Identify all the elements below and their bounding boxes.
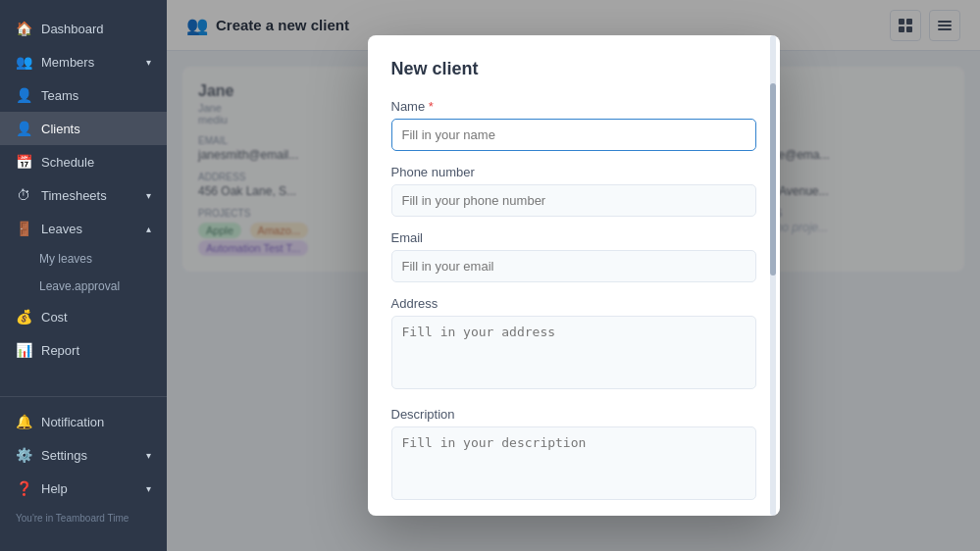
new-client-modal: New client Name * Phone number Email [368,35,780,516]
sidebar-item-members[interactable]: 👥 Members ▾ [0,45,167,78]
sidebar-item-label: My leaves [39,252,92,266]
dashboard-icon: 🏠 [16,21,31,36]
sidebar-item-label: Report [41,343,79,358]
sidebar-item-help[interactable]: ❓ Help ▾ [0,472,167,505]
sidebar-item-schedule[interactable]: 📅 Schedule [0,145,167,178]
description-field-group: Description [391,407,756,504]
sidebar-item-clients[interactable]: 👤 Clients [0,112,167,145]
sidebar-item-leave-approval[interactable]: Leave.approval [0,273,167,300]
phone-label: Phone number [391,165,756,179]
chevron-up-icon: ▴ [146,224,151,234]
timesheets-icon: ⏱ [16,187,31,203]
sidebar-item-label: Notification [41,415,104,429]
cost-icon: 💰 [16,309,31,325]
chevron-down-icon: ▾ [146,450,151,461]
sidebar-item-label: Leave.approval [39,279,120,293]
sidebar-item-label: Cost [41,310,68,325]
sidebar-footer: 🔔 Notification ⚙️ Settings ▾ ❓ Help ▾ Yo… [0,396,167,539]
sidebar: 🏠 Dashboard 👥 Members ▾ 👤 Teams 👤 Client… [0,0,167,551]
main-content: 👥 Create a new client [167,0,980,551]
chevron-down-icon: ▾ [146,190,151,201]
name-label: Name * [391,99,756,114]
required-indicator: * [429,99,434,114]
sidebar-item-label: Clients [41,122,80,136]
sidebar-item-dashboard[interactable]: 🏠 Dashboard [0,12,167,45]
notification-icon: 🔔 [16,414,31,429]
description-textarea[interactable] [391,426,756,500]
email-label: Email [391,230,756,245]
sidebar-item-teams[interactable]: 👤 Teams [0,78,167,112]
sidebar-item-my-leaves[interactable]: My leaves [0,245,167,273]
phone-field-group: Phone number [391,165,756,217]
address-textarea[interactable] [391,316,756,389]
sidebar-item-leaves[interactable]: 🚪 Leaves ▴ [0,212,167,245]
report-icon: 📊 [16,342,31,358]
schedule-icon: 📅 [16,154,31,170]
sidebar-item-label: Dashboard [41,22,104,36]
settings-icon: ⚙️ [16,447,31,463]
name-input[interactable] [391,119,756,151]
sidebar-footer-text: You're in Teamboard Time [0,505,167,531]
members-icon: 👥 [16,54,31,70]
sidebar-item-label: Teams [41,88,78,103]
sidebar-item-notification[interactable]: 🔔 Notification [0,405,167,438]
chevron-down-icon: ▾ [146,57,151,68]
phone-input[interactable] [391,184,756,217]
address-label: Address [391,296,756,311]
sidebar-item-cost[interactable]: 💰 Cost [0,300,167,333]
chevron-down-icon: ▾ [146,483,151,494]
modal-overlay: New client Name * Phone number Email [167,0,980,551]
scrollbar-track [770,35,776,516]
address-field-group: Address [391,296,756,393]
email-field-group: Email [391,230,756,282]
sidebar-item-timesheets[interactable]: ⏱ Timesheets ▾ [0,178,167,212]
sidebar-item-label: Help [41,481,68,496]
sidebar-item-label: Settings [41,448,87,463]
sidebar-item-settings[interactable]: ⚙️ Settings ▾ [0,438,167,472]
sidebar-item-label: Timesheets [41,188,107,203]
scrollbar-thumb[interactable] [770,83,776,276]
clients-icon: 👤 [16,121,31,136]
teams-icon: 👤 [16,87,31,103]
sidebar-item-label: Members [41,55,94,70]
sidebar-item-label: Leaves [41,222,82,236]
sidebar-item-report[interactable]: 📊 Report [0,333,167,367]
description-label: Description [391,407,756,422]
modal-title: New client [391,59,756,79]
help-icon: ❓ [16,480,31,496]
leaves-icon: 🚪 [16,221,31,236]
sidebar-item-label: Schedule [41,155,94,170]
name-field-group: Name * [391,99,756,151]
email-input[interactable] [391,250,756,282]
